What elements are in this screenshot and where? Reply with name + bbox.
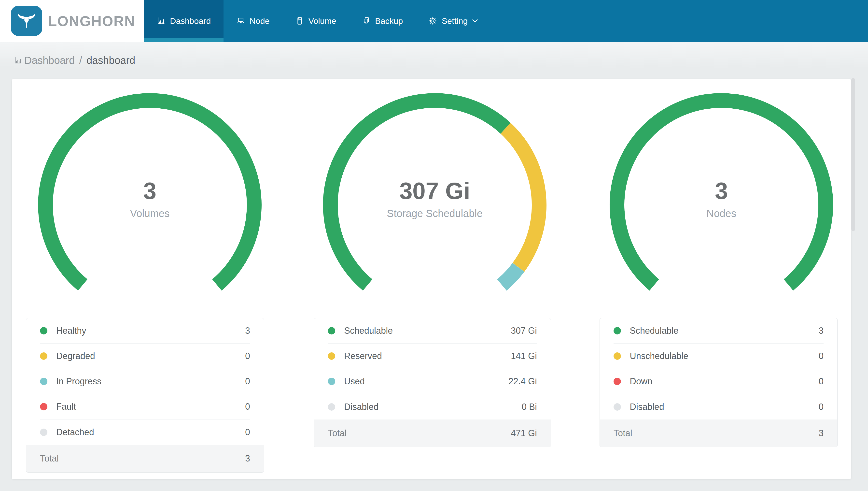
total-label: Total	[40, 454, 245, 464]
legend-value: 22.4 Gi	[508, 376, 537, 386]
legend-label: Disabled	[344, 402, 522, 412]
legend-label: Detached	[56, 427, 245, 437]
total-label: Total	[328, 428, 511, 438]
breadcrumb: Dashboard / dashboard	[0, 42, 868, 79]
volumes-count: 3	[52, 177, 248, 204]
schedulable-status-dot	[328, 327, 335, 335]
legend-label: Schedulable	[344, 326, 511, 336]
unschedulable-status-dot	[614, 352, 621, 360]
nodes-caption: Nodes	[623, 208, 819, 219]
breadcrumb-separator: /	[79, 55, 82, 66]
legend-value: 0	[245, 376, 250, 386]
legend-label: Fault	[56, 402, 245, 412]
chevron-down-icon	[472, 19, 478, 23]
nodes-gauge-center: 3 Nodes	[623, 177, 819, 219]
nav-label: Volume	[309, 16, 336, 26]
legend-label: In Progress	[56, 376, 245, 386]
top-nav: LONGHORN Dashboard	[0, 0, 868, 42]
legend-row-used: Used 22.4 Gi	[328, 369, 537, 394]
storage-legend: Schedulable 307 Gi Reserved 141 Gi Used …	[314, 318, 551, 447]
in-progress-status-dot	[40, 378, 48, 385]
nav-volume[interactable]: Volume	[282, 0, 349, 42]
nav-label: Node	[250, 16, 270, 26]
longhorn-logo-icon	[11, 6, 42, 36]
legend-row-in-progress: In Progress 0	[40, 369, 250, 394]
nav-label: Backup	[375, 16, 403, 26]
breadcrumb-current-page: dashboard	[87, 55, 135, 66]
nodes-count: 3	[623, 177, 819, 204]
legend-value: 3	[818, 326, 824, 336]
down-status-dot	[614, 378, 621, 385]
legend-value: 0	[245, 351, 250, 361]
schedulable-status-dot	[614, 327, 621, 335]
detached-status-dot	[40, 429, 48, 436]
legend-row-schedulable: Schedulable 307 Gi	[328, 318, 537, 344]
nodes-total-row: Total 3	[600, 420, 837, 447]
bar-chart-icon	[14, 56, 22, 65]
volumes-caption: Volumes	[52, 208, 248, 219]
legend-value: 0	[818, 351, 824, 361]
volumes-legend: Healthy 3 Degraded 0 In Progress 0 Fault…	[26, 318, 264, 472]
gear-icon	[428, 17, 437, 25]
total-label: Total	[614, 428, 818, 438]
copy-icon	[362, 17, 371, 25]
brand-name: LONGHORN	[48, 13, 135, 29]
storage-gauge-center: 307 Gi Storage Schedulable	[337, 177, 533, 219]
brand[interactable]: LONGHORN	[0, 0, 144, 42]
legend-value: 0	[818, 376, 824, 386]
server-icon	[295, 17, 304, 25]
legend-label: Healthy	[56, 326, 245, 336]
volumes-gauge-center: 3 Volumes	[52, 177, 248, 219]
legend-value: 3	[245, 326, 250, 336]
storage-total-row: Total 471 Gi	[314, 420, 551, 447]
nav-node[interactable]: Node	[223, 0, 282, 42]
total-value: 3	[818, 428, 824, 438]
nav-label: Setting	[442, 16, 468, 26]
fault-status-dot	[40, 403, 48, 410]
legend-row-reserved: Reserved 141 Gi	[328, 344, 537, 369]
scrollbar-thumb[interactable]	[851, 78, 855, 231]
disabled-status-dot	[614, 403, 621, 411]
legend-row-unschedulable: Unschedulable 0	[614, 344, 824, 369]
legend-row-down: Down 0	[614, 369, 824, 394]
legend-label: Schedulable	[630, 326, 818, 336]
legend-row-degraded: Degraded 0	[40, 344, 250, 369]
bar-chart-icon	[157, 17, 165, 25]
nodes-legend: Schedulable 3 Unschedulable 0 Down 0 Dis…	[599, 318, 838, 447]
used-status-dot	[328, 378, 335, 385]
longhorn-app: LONGHORN Dashboard	[0, 0, 868, 491]
laptop-icon	[236, 17, 245, 25]
legend-label: Used	[344, 376, 508, 386]
nav-backup[interactable]: Backup	[349, 0, 415, 42]
legend-row-fault: Fault 0	[40, 394, 250, 420]
legend-row-disabled: Disabled 0	[614, 394, 824, 420]
dashboard-card: 3 Volumes 307 Gi Storage Schedulable 3 N…	[12, 79, 851, 479]
legend-row-healthy: Healthy 3	[40, 318, 250, 344]
disabled-status-dot	[328, 403, 335, 411]
legend-label: Degraded	[56, 351, 245, 361]
legend-label: Disabled	[630, 402, 818, 412]
legend-label: Reserved	[344, 351, 511, 361]
main-nav: Dashboard Node	[144, 0, 868, 42]
nav-dashboard[interactable]: Dashboard	[144, 0, 223, 42]
total-value: 471 Gi	[511, 428, 537, 438]
storage-schedulable-amount: 307 Gi	[337, 177, 533, 204]
gauge-segment-used	[502, 267, 519, 285]
breadcrumb-section-link[interactable]: Dashboard	[24, 55, 75, 66]
reserved-status-dot	[328, 352, 335, 360]
volumes-total-row: Total 3	[26, 445, 264, 472]
total-value: 3	[245, 454, 250, 464]
legend-value: 307 Gi	[511, 326, 537, 336]
legend-value: 0	[818, 402, 824, 412]
storage-caption: Storage Schedulable	[337, 208, 533, 219]
legend-row-disabled: Disabled 0 Bi	[328, 394, 537, 420]
legend-row-schedulable: Schedulable 3	[614, 318, 824, 344]
healthy-status-dot	[40, 327, 48, 335]
legend-value: 0	[245, 402, 250, 412]
degraded-status-dot	[40, 352, 48, 360]
nav-label: Dashboard	[170, 16, 211, 26]
legend-label: Down	[630, 376, 818, 386]
nav-setting[interactable]: Setting	[415, 0, 491, 42]
legend-row-detached: Detached 0	[40, 420, 250, 445]
legend-value: 0 Bi	[522, 402, 537, 412]
